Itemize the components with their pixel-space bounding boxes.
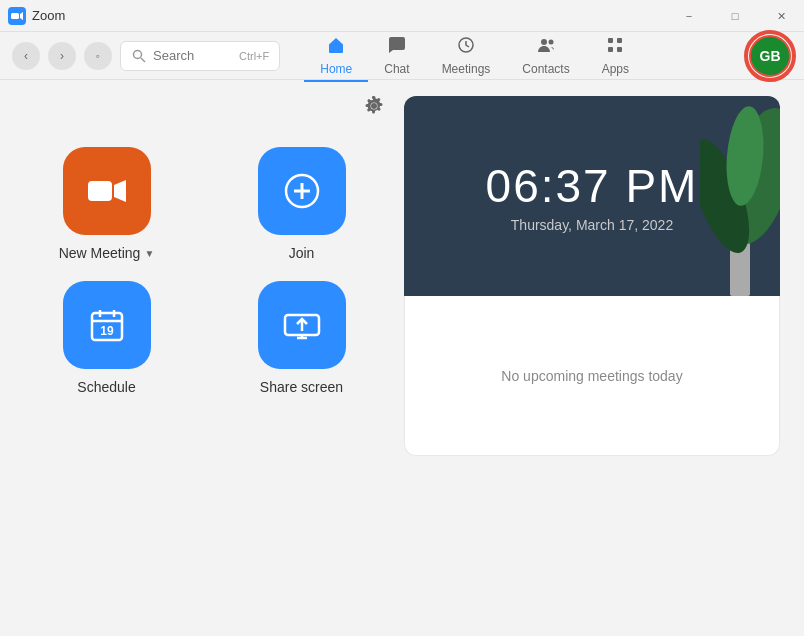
search-input[interactable] xyxy=(153,48,233,63)
plant-decoration xyxy=(700,96,780,296)
svg-line-3 xyxy=(141,58,145,62)
clock-time: 06:37 PM xyxy=(486,159,699,213)
content-area: New Meeting ▼ Join xyxy=(0,80,804,635)
svg-rect-9 xyxy=(608,47,613,52)
title-bar: Zoom − □ ✕ xyxy=(0,0,804,32)
no-meetings-text: No upcoming meetings today xyxy=(501,368,682,384)
clock-card: 06:37 PM Thursday, March 17, 2022 xyxy=(404,96,780,296)
action-join[interactable]: Join xyxy=(219,147,384,261)
svg-rect-10 xyxy=(617,47,622,52)
video-camera-icon xyxy=(87,176,127,206)
svg-rect-7 xyxy=(608,38,613,43)
window-controls: − □ ✕ xyxy=(666,0,804,32)
tab-chat[interactable]: Chat xyxy=(368,31,425,80)
action-new-meeting[interactable]: New Meeting ▼ xyxy=(24,147,189,261)
zoom-logo-icon xyxy=(8,7,26,25)
contacts-icon xyxy=(536,35,556,60)
minimize-button[interactable]: − xyxy=(666,0,712,32)
svg-rect-0 xyxy=(11,13,19,19)
gear-icon xyxy=(364,96,384,116)
new-meeting-label: New Meeting ▼ xyxy=(59,245,155,261)
search-box[interactable]: Ctrl+F xyxy=(120,41,280,71)
share-screen-label: Share screen xyxy=(260,379,343,395)
profile-area: GB xyxy=(744,30,796,82)
svg-point-5 xyxy=(541,39,547,45)
actions-grid: New Meeting ▼ Join xyxy=(24,147,384,395)
left-panel: New Meeting ▼ Join xyxy=(24,96,384,395)
schedule-button[interactable]: 19 xyxy=(63,281,151,369)
main-nav: Home Chat Meetings xyxy=(304,31,645,80)
maximize-button[interactable]: □ xyxy=(712,0,758,32)
tab-contacts-label: Contacts xyxy=(522,62,569,76)
svg-rect-8 xyxy=(617,38,622,43)
profile-button[interactable]: GB xyxy=(749,35,791,77)
action-share-screen[interactable]: Share screen xyxy=(219,281,384,395)
svg-point-6 xyxy=(549,40,554,45)
join-label: Join xyxy=(289,245,315,261)
svg-marker-1 xyxy=(20,12,23,20)
search-shortcut: Ctrl+F xyxy=(239,50,269,62)
new-meeting-button[interactable] xyxy=(63,147,151,235)
forward-button[interactable]: › xyxy=(48,42,76,70)
meetings-icon xyxy=(456,35,476,60)
apps-icon xyxy=(605,35,625,60)
share-screen-icon xyxy=(283,309,321,341)
tab-meetings[interactable]: Meetings xyxy=(426,31,507,80)
toolbar: ‹ › ◦ Ctrl+F Home Chat xyxy=(0,32,804,80)
tab-apps[interactable]: Apps xyxy=(586,31,645,80)
svg-marker-13 xyxy=(114,180,126,202)
meeting-list: No upcoming meetings today xyxy=(404,296,780,456)
tab-contacts[interactable]: Contacts xyxy=(506,31,585,80)
tab-chat-label: Chat xyxy=(384,62,409,76)
tab-apps-label: Apps xyxy=(602,62,629,76)
app-title: Zoom xyxy=(32,8,65,23)
tab-home[interactable]: Home xyxy=(304,31,368,80)
svg-rect-12 xyxy=(88,181,112,201)
svg-text:19: 19 xyxy=(100,324,114,338)
chat-icon xyxy=(387,35,407,60)
settings-button[interactable] xyxy=(364,96,384,121)
join-icon xyxy=(284,173,320,209)
join-button[interactable] xyxy=(258,147,346,235)
close-button[interactable]: ✕ xyxy=(758,0,804,32)
share-screen-button[interactable] xyxy=(258,281,346,369)
search-icon xyxy=(131,48,147,64)
svg-point-11 xyxy=(371,103,377,109)
settings-row xyxy=(24,96,384,121)
app-logo: Zoom xyxy=(8,7,65,25)
svg-point-2 xyxy=(134,50,142,58)
clock-date: Thursday, March 17, 2022 xyxy=(486,217,699,233)
action-schedule[interactable]: 19 Schedule xyxy=(24,281,189,395)
history-button[interactable]: ◦ xyxy=(84,42,112,70)
back-button[interactable]: ‹ xyxy=(12,42,40,70)
tab-meetings-label: Meetings xyxy=(442,62,491,76)
dropdown-arrow-icon: ▼ xyxy=(144,248,154,259)
right-panel: 06:37 PM Thursday, March 17, 2022 No upc… xyxy=(404,96,780,456)
tab-home-label: Home xyxy=(320,62,352,76)
schedule-label: Schedule xyxy=(77,379,135,395)
profile-initials: GB xyxy=(760,48,781,64)
calendar-icon: 19 xyxy=(89,307,125,343)
home-icon xyxy=(326,35,346,60)
